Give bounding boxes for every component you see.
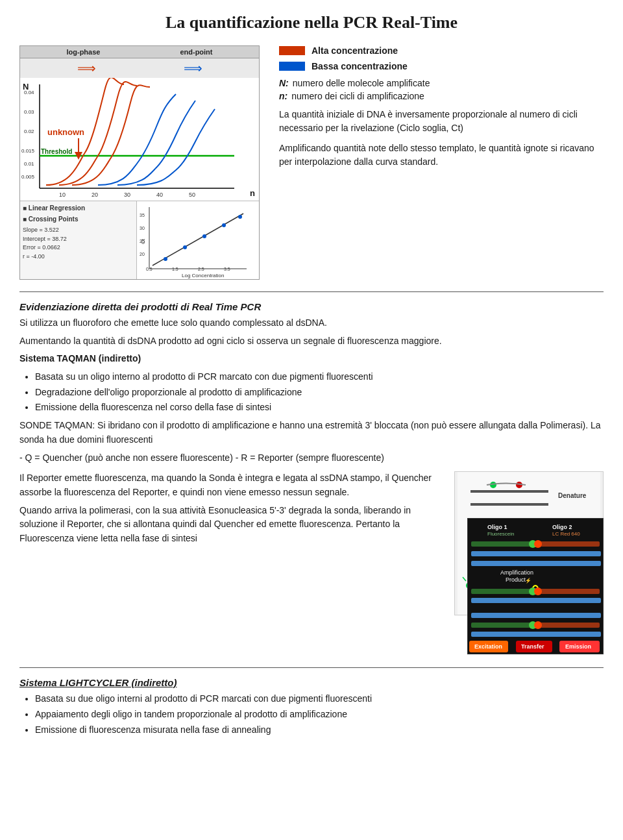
pcr-standard-curve: Ct Log Concentration 0.5 1.5 2.5 3.5 35 …: [137, 201, 259, 279]
svg-text:3.5: 3.5: [224, 267, 230, 271]
svg-text:Threshold: Threshold: [41, 148, 72, 155]
svg-text:0.02: 0.02: [24, 129, 34, 134]
svg-text:35: 35: [140, 213, 145, 217]
svg-text:0.5: 0.5: [146, 267, 153, 271]
section2-text1: SONDE TAQMAN: Si ibridano con il prodott…: [19, 419, 604, 447]
svg-text:Denature: Denature: [558, 492, 587, 499]
section3-heading: Sistema LIGHTCYCLER (indiretto): [19, 677, 604, 688]
svg-rect-65: [471, 541, 533, 547]
pcr-arrows: ⟹ ⟹: [20, 58, 259, 78]
svg-text:Fluorescein: Fluorescein: [487, 531, 514, 537]
taqman-left-text: Il Reporter emette fluorescenza, ma quan…: [19, 471, 441, 615]
alta-concentrazione-label: Alta concentrazione: [312, 45, 398, 56]
svg-text:Emission: Emission: [565, 643, 591, 650]
svg-text:Excitation: Excitation: [474, 643, 502, 650]
red-arrow-icon: ⟹: [77, 60, 96, 76]
section1-text1: Si utilizza un fluoroforo che emette luc…: [19, 316, 604, 330]
svg-text:30: 30: [124, 191, 130, 198]
svg-point-23: [222, 223, 226, 227]
svg-text:30: 30: [140, 226, 145, 230]
svg-text:0.03: 0.03: [24, 109, 34, 115]
divider-1: [19, 291, 604, 292]
N-info-row: N: numero delle molecole amplificate: [279, 78, 604, 88]
section3-bullet-1: Basata su due oligo interni al prodotto …: [35, 692, 604, 706]
N-key: N:: [279, 78, 289, 88]
svg-point-22: [202, 234, 206, 238]
svg-text:unknown: unknown: [47, 127, 84, 137]
pcr-stats-panel: ■ Linear Regression ■ Crossing Points Sl…: [20, 201, 137, 279]
svg-text:10: 10: [59, 191, 66, 198]
n-info-row: n: numero dei cicli di amplificazione: [279, 91, 604, 101]
section2-text3: Il Reporter emette fluorescenza, ma quan…: [19, 471, 441, 499]
pcr-stats-content: ■ Linear Regression ■ Crossing Points Sl…: [23, 204, 134, 261]
blue-arrow-icon: ⟹: [184, 60, 202, 76]
bassa-concentrazione-color: [279, 62, 305, 71]
bassa-concentrazione-legend: Bassa concentrazione: [279, 61, 604, 71]
alta-concentrazione-legend: Alta concentrazione: [279, 45, 604, 56]
top-section: log-phase end-point ⟹ ⟹ N n: [19, 45, 604, 280]
svg-rect-70: [471, 561, 601, 566]
svg-text:Oligo 1: Oligo 1: [487, 524, 507, 530]
svg-point-83: [534, 621, 542, 629]
n-value: numero dei cicli di amplificazione: [291, 91, 424, 101]
svg-text:2.5: 2.5: [198, 267, 204, 271]
bassa-concentrazione-label: Bassa concentrazione: [312, 61, 408, 71]
pcr-top-bar: log-phase end-point: [20, 46, 259, 58]
svg-text:50: 50: [189, 191, 195, 198]
fret-svg: Oligo 1 Fluorescein Oligo 2 LC Red 640 A…: [468, 519, 604, 654]
log-phase-label: log-phase: [66, 48, 100, 56]
section2-heading: Sistema TAQMAN (indiretto): [19, 352, 604, 366]
svg-text:1.5: 1.5: [172, 267, 178, 271]
svg-rect-75: [538, 589, 600, 594]
section2: Sistema TAQMAN (indiretto) Basata su un …: [19, 352, 604, 465]
page-title: La quantificazione nella PCR Real-Time: [19, 13, 604, 32]
section2-bullet-list: Basata su un oligo interno al prodotto d…: [35, 370, 604, 415]
svg-rect-82: [538, 623, 600, 628]
section3: Sistema LIGHTCYCLER (indiretto) Basata s…: [19, 677, 604, 737]
svg-text:20: 20: [92, 191, 98, 198]
svg-point-24: [238, 215, 242, 219]
svg-text:LC Red 640: LC Red 640: [552, 531, 580, 537]
svg-rect-77: [471, 598, 601, 603]
description-2: Amplificando quantità note dello stesso …: [279, 142, 604, 169]
svg-rect-84: [471, 632, 601, 637]
alta-concentrazione-color: [279, 46, 305, 55]
section1-heading: Evidenziazione diretta dei prodotti di R…: [19, 301, 604, 312]
svg-rect-79: [471, 613, 601, 618]
svg-text:⚡: ⚡: [525, 577, 531, 584]
svg-text:0.04: 0.04: [24, 90, 34, 95]
svg-text:0.01: 0.01: [24, 161, 34, 167]
svg-text:40: 40: [156, 191, 163, 198]
right-info-panel: Alta concentrazione Bassa concentrazione…: [273, 45, 604, 280]
section3-bullet-list: Basata su due oligo interni al prodotto …: [35, 692, 604, 737]
pcr-bottom-panels: ■ Linear Regression ■ Crossing Points Sl…: [20, 201, 259, 279]
svg-rect-67: [538, 541, 600, 547]
section1-text2: Aumentando la quantità di dsDNA prodotto…: [19, 334, 604, 349]
info-block: N: numero delle molecole amplificate n: …: [279, 78, 604, 101]
svg-rect-73: [471, 589, 533, 594]
svg-text:0.015: 0.015: [21, 148, 35, 154]
svg-point-68: [534, 540, 542, 548]
svg-text:0.005: 0.005: [21, 174, 35, 180]
svg-rect-80: [471, 623, 533, 628]
svg-point-20: [164, 257, 167, 261]
svg-text:Oligo 2: Oligo 2: [552, 524, 572, 530]
n-key: n:: [279, 91, 287, 101]
pcr-chart-area: N n unknown Th: [20, 78, 259, 201]
section3-bullet-3: Emissione di fluorescenza misurata nella…: [35, 723, 604, 737]
svg-text:Log Concentration: Log Concentration: [182, 273, 224, 278]
section2-bullet-2: Degradazione dell'oligo proporzionale al…: [35, 386, 604, 400]
section2-text4: Quando arriva la polimerasi, con la sua …: [19, 504, 441, 546]
section2-text2: - Q = Quencher (può anche non essere flu…: [19, 451, 604, 465]
x-axis-label: n: [250, 188, 255, 198]
section3-bullet-2: Appaiamento degli oligo in tandem propor…: [35, 708, 604, 722]
pcr-svg: unknown Threshold 10 20 30 40 50 0.04 0.…: [20, 78, 241, 201]
svg-text:Product: Product: [506, 576, 526, 583]
svg-text:20: 20: [140, 252, 145, 256]
fret-diagram: Oligo 1 Fluorescein Oligo 2 LC Red 640 A…: [467, 518, 604, 654]
section2-bullet-3: Emissione della fluorescenza nel corso d…: [35, 401, 604, 415]
section1: Evidenziazione diretta dei prodotti di R…: [19, 301, 604, 348]
svg-text:Amplification: Amplification: [500, 569, 533, 576]
pcr-graph: log-phase end-point ⟹ ⟹ N n: [19, 45, 260, 280]
svg-text:25: 25: [140, 239, 145, 243]
